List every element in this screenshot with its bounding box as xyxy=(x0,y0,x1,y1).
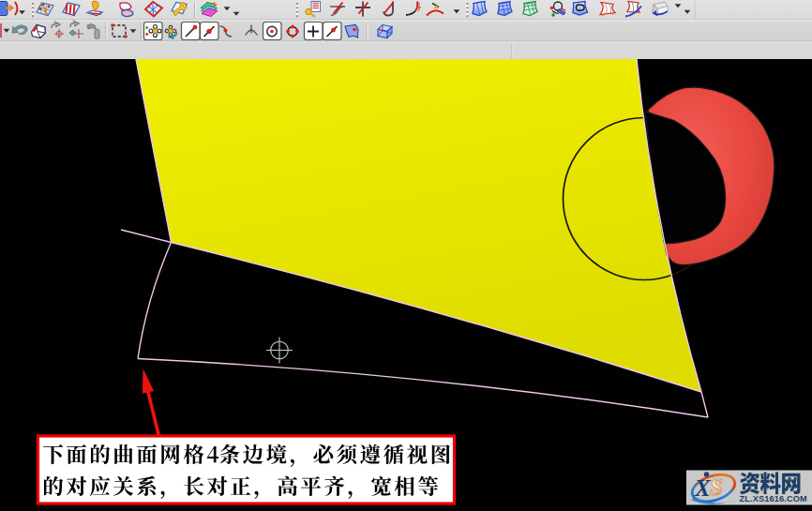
svg-text:ZL.XS1616.COM: ZL.XS1616.COM xyxy=(740,494,808,503)
svg-text:S: S xyxy=(710,474,723,500)
